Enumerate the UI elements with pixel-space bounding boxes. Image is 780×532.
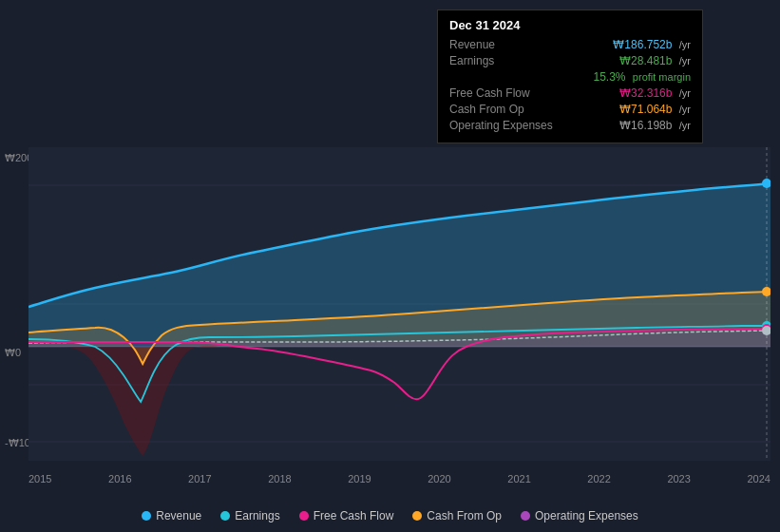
- legend-item-revenue[interactable]: Revenue: [142, 509, 201, 522]
- legend-item-cashop[interactable]: Cash From Op: [412, 509, 502, 522]
- tooltip-label-revenue: Revenue: [449, 38, 554, 51]
- tooltip-value-fcf: ₩32.316b: [619, 86, 672, 100]
- x-label-2024: 2024: [747, 473, 770, 484]
- x-label-2019: 2019: [348, 473, 371, 484]
- y-label-0: ₩0: [5, 347, 21, 359]
- tooltip-value-margin: 15.3%: [593, 70, 625, 84]
- legend-label-fcf: Free Cash Flow: [314, 509, 394, 522]
- legend-label-revenue: Revenue: [156, 509, 201, 522]
- tooltip-label-cashop: Cash From Op: [449, 103, 554, 116]
- tooltip-label-earnings: Earnings: [449, 54, 554, 67]
- x-axis-labels: 2015 2016 2017 2018 2019 2020 2021 2022 …: [29, 473, 770, 484]
- tooltip-row-fcf: Free Cash Flow ₩32.316b /yr: [449, 86, 691, 100]
- legend-label-cashop: Cash From Op: [427, 509, 502, 522]
- tooltip-row-opex: Operating Expenses ₩16.198b /yr: [449, 119, 691, 132]
- tooltip-date: Dec 31 2024: [449, 18, 691, 32]
- legend-dot-fcf: [299, 511, 309, 521]
- legend-dot-opex: [521, 511, 530, 521]
- legend-item-earnings[interactable]: Earnings: [220, 509, 279, 522]
- tooltip-value-earnings: ₩28.481b: [619, 54, 672, 67]
- tooltip-label-opex: Operating Expenses: [449, 119, 554, 132]
- x-label-2021: 2021: [507, 473, 530, 484]
- chart-legend: Revenue Earnings Free Cash Flow Cash Fro…: [0, 509, 780, 522]
- x-label-2016: 2016: [108, 473, 131, 484]
- x-label-2022: 2022: [587, 473, 610, 484]
- legend-dot-cashop: [412, 511, 422, 521]
- tooltip-value-cashop: ₩71.064b: [619, 103, 672, 116]
- legend-dot-revenue: [142, 511, 151, 521]
- tooltip-row-revenue: Revenue ₩186.752b /yr: [449, 38, 691, 51]
- tooltip-box: Dec 31 2024 Revenue ₩186.752b /yr Earnin…: [437, 10, 703, 143]
- legend-dot-earnings: [220, 511, 230, 521]
- x-label-2015: 2015: [29, 473, 51, 484]
- chart-container: Dec 31 2024 Revenue ₩186.752b /yr Earnin…: [0, 0, 780, 532]
- tooltip-row-margin: 15.3% profit margin: [449, 70, 691, 84]
- x-label-2017: 2017: [188, 473, 211, 484]
- legend-label-earnings: Earnings: [235, 509, 279, 522]
- tooltip-row-earnings: Earnings ₩28.481b /yr: [449, 54, 691, 67]
- tooltip-value-opex: ₩16.198b: [619, 119, 672, 132]
- x-label-2018: 2018: [268, 473, 291, 484]
- legend-item-opex[interactable]: Operating Expenses: [521, 509, 638, 522]
- tooltip-value-revenue: ₩186.752b: [613, 38, 672, 51]
- legend-item-fcf[interactable]: Free Cash Flow: [299, 509, 394, 522]
- x-label-2020: 2020: [428, 473, 450, 484]
- x-label-2023: 2023: [667, 473, 690, 484]
- tooltip-row-cashop: Cash From Op ₩71.064b /yr: [449, 103, 691, 116]
- chart-svg: [29, 147, 770, 461]
- tooltip-label-fcf: Free Cash Flow: [449, 86, 554, 100]
- legend-label-opex: Operating Expenses: [535, 509, 638, 522]
